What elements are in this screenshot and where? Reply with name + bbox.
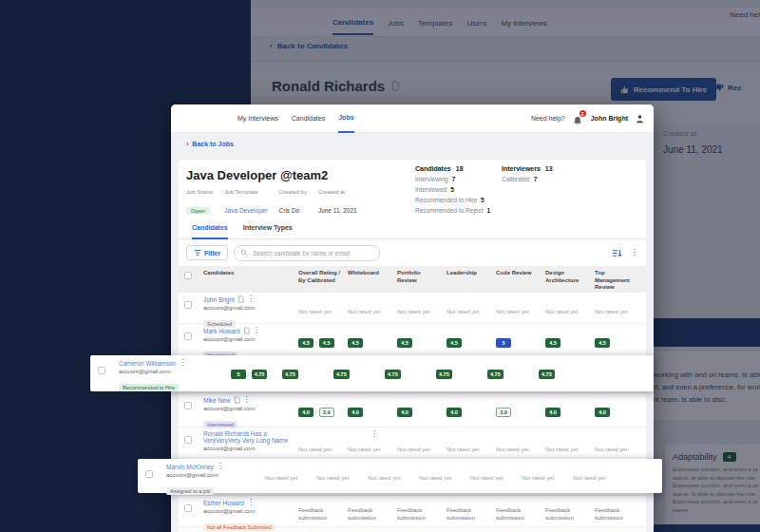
nav-tab-my-interviews[interactable]: My Interviews <box>238 104 278 133</box>
rating-badge: 4.75 <box>282 370 298 379</box>
kebab-menu-icon[interactable]: ⋮ <box>370 430 378 438</box>
job-title: Java Developer @team2 <box>186 168 328 182</box>
content-tab-candidates[interactable]: Candidates <box>192 224 228 239</box>
rating-cell: 4.0 <box>348 393 397 430</box>
row-checkbox[interactable] <box>184 436 192 444</box>
rating-badge: 4.5 <box>348 338 363 348</box>
candidate-row-esther-howard[interactable]: Esther Howard⋮account@gmail.comNot all F… <box>179 495 646 526</box>
kebab-menu-icon[interactable]: ⋮ <box>179 359 186 367</box>
candidate-name-line: Esther Howard⋮ <box>203 499 294 506</box>
checkbox-cell <box>98 355 119 393</box>
nav-tab-jobs[interactable]: Jobs <box>338 104 353 133</box>
stat-item: Interviewing7 <box>415 176 490 182</box>
job-meta-label: Created at <box>318 189 357 195</box>
candidate-name-line: Ronald Richards Has a VeryVeryVery Very … <box>203 430 294 444</box>
kebab-menu-icon[interactable]: ⋮ <box>247 295 255 303</box>
candidate-email: account@gmail.com <box>203 508 294 514</box>
stats-heading: Candidates18 <box>415 165 490 172</box>
rating-cell: Not rated yet <box>573 459 624 497</box>
job-template-link[interactable]: Java Developer <box>224 207 267 214</box>
rating-cell: Not rated yet <box>470 459 522 497</box>
candidate-name-link[interactable]: Mike New <box>203 397 231 404</box>
kebab-menu-icon[interactable]: ⋮ <box>243 396 251 404</box>
candidate-name-link[interactable]: Mark Howard <box>203 328 240 334</box>
candidate-email: account@gmail.com <box>203 446 294 451</box>
need-help-link[interactable]: Need help? <box>531 115 565 122</box>
candidate-name-line: Mike New⋮ <box>203 396 294 404</box>
not-rated-text: Not rated yet <box>446 309 479 314</box>
stats-label: Candidates <box>415 165 451 172</box>
rating-cell: 4.75 <box>333 355 385 393</box>
search-input[interactable] <box>251 249 369 257</box>
not-rated-text: Not rated yet <box>368 475 400 481</box>
rating-badge: 4.0 <box>595 408 610 417</box>
rating-cell: 4.0 <box>595 393 644 430</box>
rating-cell: 4.75 <box>282 355 333 393</box>
rating-badge: 4.75 <box>252 370 268 379</box>
candidate-name-link[interactable]: Marvin McKinney <box>166 464 214 470</box>
row-checkbox[interactable] <box>184 504 192 512</box>
not-rated-text: Not rated yet <box>470 475 503 481</box>
not-rated-text: Not rated yet <box>573 475 605 481</box>
stat-item: Calibrated7 <box>502 176 553 182</box>
row-checkbox[interactable] <box>184 332 192 340</box>
row-checkbox[interactable] <box>184 402 192 409</box>
nav-tab-candidates[interactable]: Candidates <box>292 104 325 133</box>
job-meta-label: Created by <box>279 189 307 195</box>
rating-badge: 4.75 <box>487 370 504 379</box>
select-all-checkbox[interactable] <box>184 272 192 279</box>
candidate-name-link[interactable]: Esther Howard <box>203 500 244 506</box>
candidate-name-link[interactable]: Cameron Williamson <box>119 360 176 367</box>
job-meta-label: Job Status <box>186 189 213 195</box>
stats-block-candidates: Candidates18Interviewing7Interviewed5Rec… <box>415 165 490 214</box>
content-tab-interview-types[interactable]: Interview Types <box>243 224 293 239</box>
rating-badge: 3.9 <box>496 408 511 417</box>
candidate-row-mark-howard[interactable]: Mark Howard⋮account@gmail.comInterviewed… <box>179 323 646 355</box>
sort-icon[interactable] <box>612 248 622 258</box>
document-icon <box>238 295 244 303</box>
rating-badge: 4.75 <box>385 370 401 379</box>
notification-bell-icon[interactable]: 2 <box>573 113 583 124</box>
rating-cell: 4.0/3.9 <box>298 393 348 430</box>
stat-item: Interviewed5 <box>415 186 490 193</box>
user-name[interactable]: John Bright <box>591 115 628 122</box>
candidate-status-badge: Assigned to a job <box>166 487 214 495</box>
candidate-name-link[interactable]: John Bright <box>203 296 235 303</box>
candidate-name-line: Mark Howard⋮ <box>203 327 294 334</box>
row-checkbox[interactable] <box>98 367 105 374</box>
job-status-badge: Open <box>186 207 210 215</box>
row-checkbox[interactable] <box>184 301 192 309</box>
not-rated-text: Not rated yet <box>298 309 331 314</box>
candidate-row-john-bright[interactable]: John Bright⋮account@gmail.comScheduledNo… <box>179 292 646 323</box>
candidate-row-ronald-richards[interactable]: Ronald Richards Has a VeryVeryVery Very … <box>179 427 646 460</box>
rating-cell: 4.0 <box>397 393 446 430</box>
candidate-row-popout-marvin-mckinney[interactable]: Marvin McKinney⋮account@gmail.comAssigne… <box>138 459 662 493</box>
kebab-menu-icon[interactable]: ⋮ <box>247 499 255 506</box>
row-checkbox[interactable] <box>145 470 153 478</box>
candidate-cell: Marvin McKinney⋮account@gmail.comAssigne… <box>166 459 265 497</box>
job-meta-item: Created byCris Do <box>279 189 307 217</box>
kebab-menu-icon[interactable]: ⋮ <box>253 327 260 334</box>
feedback-submission-text: Feedback submission <box>545 507 583 522</box>
kebab-menu-icon[interactable]: ⋮ <box>217 463 224 470</box>
checkbox-cell <box>145 459 166 497</box>
rating-cell: Not rated yet <box>316 459 368 497</box>
candidate-row-popout-cameron-williamson[interactable]: Cameron Williamson⋮account@gmail.comReco… <box>90 355 654 391</box>
rating-separator: / <box>315 409 317 415</box>
back-to-jobs-link[interactable]: ‹Back to Jobs <box>171 133 654 147</box>
candidate-name-link[interactable]: Ronald Richards Has a VeryVeryVery Very … <box>203 430 294 444</box>
document-icon <box>234 396 240 404</box>
rating-cell: 4.75 <box>539 355 590 393</box>
stat-item-label: Interviewed <box>415 186 446 193</box>
candidate-email: account@gmail.com <box>203 305 294 311</box>
filter-button[interactable]: Filter <box>186 245 228 260</box>
rating-badge: 4.5 <box>446 338 462 348</box>
rating-badge: 4.5 <box>397 338 412 348</box>
not-rated-text: Not rated yet <box>419 475 451 481</box>
rating-cell: 5/4.75 <box>231 355 282 393</box>
candidate-row-mike-new[interactable]: Mike New⋮account@gmail.comInterviewed4.0… <box>179 392 646 427</box>
rating-cell: Feedback submission <box>545 496 595 532</box>
user-avatar-icon[interactable] <box>636 114 644 124</box>
rating-cell: 4.0 <box>545 393 595 430</box>
kebab-menu-icon[interactable]: ⋮ <box>631 249 638 256</box>
